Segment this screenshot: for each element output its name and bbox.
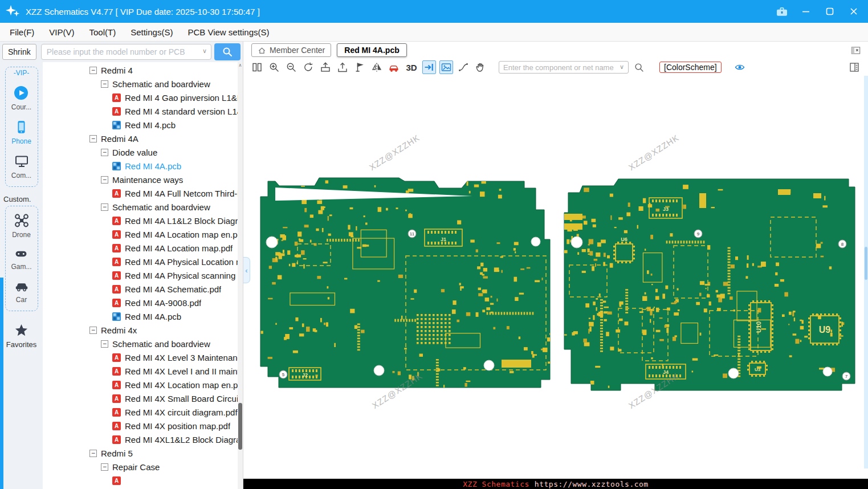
menu-file[interactable]: File(F) (2, 23, 42, 41)
menu-pcb-view-settings[interactable]: PCB View settings(S) (180, 23, 276, 41)
tree-item[interactable]: ARed MI 4A Physical scanning i (43, 268, 243, 282)
jump-arrow-icon[interactable] (422, 60, 436, 74)
tree-item[interactable]: ARed MI 4A Location map en.pd (43, 227, 243, 241)
tree-item[interactable]: Red MI 4A.pcb (43, 159, 243, 173)
tree-item[interactable]: −Schematic and boardview (43, 77, 243, 91)
image-icon[interactable] (439, 60, 453, 74)
rail-item-course[interactable]: Cour... (11, 85, 31, 111)
menu-vip[interactable]: VIP(V) (42, 23, 81, 41)
component-search-icon[interactable] (632, 60, 646, 74)
tree-item[interactable]: ARed MI 4 standard version L1& (43, 104, 243, 118)
maximize-button[interactable] (822, 4, 837, 19)
rail-item-phone[interactable]: Phone (11, 119, 31, 145)
tree-item[interactable]: ARed MI 4X position map.pdf (43, 419, 243, 433)
tree-item[interactable]: ARed MI 4A L1&L2 Block Diagra (43, 214, 243, 227)
close-button[interactable] (846, 4, 861, 19)
vertical-scrollbar-thumb[interactable] (865, 247, 867, 280)
tree-item[interactable]: ARed MI 4A Physical Location m (43, 255, 243, 268)
tree-item[interactable]: ARed MI 4X Small Board Circuit (43, 392, 243, 405)
tree-item[interactable]: ARed MI 4A Full Netcom Third-l (43, 186, 243, 200)
eye-icon[interactable] (733, 60, 747, 74)
tree-scrollbar[interactable]: ∧ (238, 62, 243, 489)
collapse-minus-icon[interactable]: − (101, 203, 108, 211)
collapse-minus-icon[interactable]: − (101, 80, 108, 88)
tree-item[interactable]: −Schematic and boardview (43, 337, 243, 351)
tab-member-center[interactable]: Member Center (251, 43, 331, 57)
collapse-minus-icon[interactable]: − (89, 450, 97, 457)
collapse-minus-icon[interactable]: − (89, 135, 97, 142)
menu-settings[interactable]: Settings(S) (123, 23, 180, 41)
zoom-in-icon[interactable] (267, 60, 281, 74)
curve-icon[interactable] (457, 60, 470, 74)
3d-view-button[interactable]: 3D (404, 63, 419, 72)
flag-icon[interactable] (353, 60, 366, 74)
color-scheme-button[interactable]: [ColorScheme] (659, 62, 722, 73)
vertical-scrollbar[interactable] (864, 76, 868, 468)
model-search-input[interactable] (41, 44, 211, 60)
shrink-button[interactable]: Shrink (2, 44, 36, 60)
menu-tool[interactable]: Tool(T) (82, 23, 124, 41)
rail-item-car[interactable]: Car (14, 279, 30, 304)
tree-item[interactable]: ARed MI 4 Gao pinversion L1&L (43, 91, 243, 104)
tree-item[interactable]: ARed MI 4X Level I and II mainte (43, 364, 243, 378)
rail-item-label: Car (16, 296, 27, 304)
tree-scrollbar-thumb[interactable] (238, 403, 242, 450)
panel-collapse-handle[interactable]: ‹ (243, 257, 250, 283)
tree-item[interactable]: A (43, 474, 243, 487)
tree-item[interactable]: ARed MI 4X Level 3 Maintenanc (43, 351, 243, 364)
component-search-input[interactable] (499, 61, 629, 74)
tree-item[interactable]: −Diode value (43, 145, 243, 159)
rail-item-game[interactable]: Gam... (11, 247, 31, 271)
rail-item-computer[interactable]: Com... (11, 153, 31, 180)
rotate-icon[interactable] (301, 60, 315, 74)
tree-item[interactable]: ARed MI 4X circuit diagram.pdf (43, 405, 243, 419)
pcb-drawing[interactable]: 511987J1J2J3J4U6U3U9U10XZZ@XZZHKXZZ@XZZH… (243, 76, 868, 479)
left-edge-scrollbar[interactable] (0, 278, 3, 489)
tree-item[interactable]: −Schematic and boardview (43, 200, 243, 214)
tree-item[interactable]: Red MI 4A.pcb (43, 309, 243, 323)
model-search-button[interactable] (214, 43, 241, 60)
tree-item[interactable]: ARed MI 4A-9008.pdf (43, 296, 243, 309)
export-top-icon[interactable] (319, 60, 332, 74)
flip-horizontal-icon[interactable] (370, 60, 384, 74)
split-view-icon[interactable] (250, 60, 264, 74)
favorites-button[interactable]: Favorites (6, 323, 36, 349)
tree-item[interactable]: −Redmi 4 (43, 63, 243, 77)
pcb-canvas[interactable]: 511987J1J2J3J4U6U3U9U10XZZ@XZZHKXZZ@XZZH… (243, 76, 868, 479)
custom-group-label: Custom. (0, 195, 31, 203)
collapse-minus-icon[interactable]: − (101, 149, 108, 156)
tree-item[interactable]: −Maintenance ways (43, 173, 243, 186)
pdf-file-icon: A (112, 299, 121, 307)
vip-briefcase-icon[interactable] (775, 4, 789, 19)
car-mode-icon[interactable] (387, 60, 401, 74)
tree-item[interactable]: ARed MI 4XL1&L2 Block Diagra (43, 433, 243, 446)
tree-item-label: Redmi 4 (101, 66, 133, 75)
minimize-button[interactable] (798, 4, 813, 19)
collapse-minus-icon[interactable]: − (101, 176, 108, 184)
collapse-minus-icon[interactable]: − (89, 327, 97, 334)
tree-item[interactable]: −Repair Case (43, 460, 243, 474)
tree-item-label: Red MI 4A.pcb (125, 161, 181, 171)
tree-item[interactable]: −Redmi 4x (43, 323, 243, 337)
collapse-minus-icon[interactable]: − (101, 340, 108, 348)
close-view-icon[interactable] (849, 43, 862, 57)
tree-item[interactable]: −Redmi 5 (43, 446, 243, 460)
zoom-out-icon[interactable] (284, 60, 298, 74)
tree-item[interactable]: ARed MI 4A Schematic.pdf (43, 282, 243, 296)
export-icon[interactable] (336, 60, 349, 74)
collapse-minus-icon[interactable]: − (89, 67, 97, 74)
tab-red-mi-4a-pcb[interactable]: Red MI 4A.pcb (337, 43, 406, 57)
vip-group: -VIP- Cour... (5, 67, 38, 187)
custom-group: Drone Gam... (5, 206, 38, 311)
component-list-icon[interactable] (847, 60, 861, 74)
tree-item[interactable]: Red MI 4.pcb (43, 118, 243, 132)
tree-item[interactable]: ARed MI 4A Location map.pdf (43, 241, 243, 255)
tree-item[interactable]: −Redmi 4A (43, 132, 243, 145)
tree-item[interactable]: ARed MI 4X Location map en.pd (43, 378, 243, 392)
status-brand: XZZ Schematics (463, 480, 529, 488)
rail-item-drone[interactable]: Drone (12, 213, 31, 239)
pan-hand-icon[interactable] (474, 60, 487, 74)
scroll-up-icon[interactable]: ∧ (238, 62, 243, 69)
collapse-minus-icon[interactable]: − (101, 463, 108, 471)
pcb-board-left[interactable] (260, 178, 550, 388)
